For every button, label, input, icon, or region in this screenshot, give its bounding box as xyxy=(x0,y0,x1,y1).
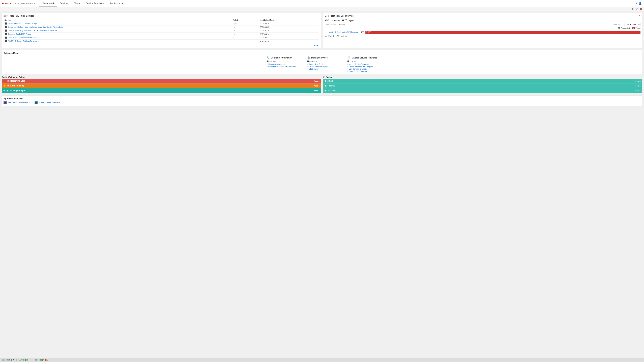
pagination-next[interactable]: Next> >> xyxy=(340,35,347,37)
pagination-prev[interactable]: << <Prev xyxy=(325,35,332,37)
task-icon: ⚡ xyxy=(3,84,6,87)
guidance-link-create-new-service-template[interactable]: Create New Service Template xyxy=(349,65,373,67)
favorite-service-link[interactable]: Add Host to Cluster in vCe... xyxy=(8,102,31,104)
failed-count-cell: 2424 xyxy=(232,22,259,25)
user-icon[interactable]: 👤 xyxy=(639,2,642,5)
period-label: Executed / xyxy=(328,24,338,26)
legend-row: A Completed B Failed xyxy=(325,27,640,29)
date-cell: 2023-04-14 xyxy=(259,32,319,36)
guidance-col-name: Manage Services xyxy=(311,57,328,59)
guidance-link-import-service-template[interactable]: Import Service Template xyxy=(349,63,368,65)
favorite-icon: ⬛ xyxy=(34,101,38,104)
favorite-icon: ⬛ xyxy=(4,101,7,104)
my-task-more-link[interactable]: More... xyxy=(635,80,641,82)
table-row: ⬛ Create Online Migration Pair - DC1-E10… xyxy=(4,29,319,32)
list-item: Create New Service Template xyxy=(347,65,378,68)
list-item: Copy Service Template xyxy=(347,70,378,72)
guidance-icon: ⚙️ xyxy=(307,56,310,59)
bar-num: 1. xyxy=(325,31,327,33)
failed-label: Failed xyxy=(636,27,640,29)
settings-icon[interactable]: ⚙ xyxy=(634,2,637,5)
failed-count-cell: 7 xyxy=(232,39,259,43)
legend-completed: A Completed xyxy=(618,27,630,29)
help-icon[interactable]: ❓ xyxy=(635,8,638,10)
logout-icon[interactable]: 🚪 xyxy=(640,8,642,10)
time-period-label: Time Period: xyxy=(613,23,624,25)
guidance-link-manage-connections[interactable]: Manage Connections xyxy=(268,63,286,65)
failed-count-cell: 20 xyxy=(232,25,259,29)
guidance-col-name: Manage Service Templates xyxy=(352,57,377,59)
how-do-it-link[interactable]: How do I? xyxy=(269,60,276,62)
guidance-columns: 🔧 Configure Automation ⬛ How do I? Manag… xyxy=(4,56,640,72)
completed-label: Completed xyxy=(621,27,630,29)
period-days-label: Day(s) xyxy=(339,24,345,26)
guidance-link-edit-service[interactable]: Edit Service xyxy=(308,68,318,70)
total-days-count: 462 xyxy=(342,18,347,22)
logo: HITACHI xyxy=(2,2,12,5)
bar-fill-failed: B: 166 xyxy=(366,31,640,34)
favorite-item: ⬛ Add Host to Cluster in vCe... xyxy=(4,101,31,104)
my-tasks-panel: My Tasks 0 Active More... 0 Finished Mor… xyxy=(323,76,642,94)
my-task-more-link[interactable]: More... xyxy=(635,90,641,92)
date-cell: 2024-01-16 xyxy=(259,29,319,32)
service-link[interactable]: Create Online Migration Pair - DC1-E1090… xyxy=(8,29,57,31)
time-period-select[interactable]: Last 7 Days Last 30 Days Last 90 Days xyxy=(624,23,640,26)
nav-item-services[interactable]: Services xyxy=(57,0,71,7)
my-task-more-link[interactable]: More... xyxy=(635,85,641,87)
bar-service-link[interactable]: Invoke Refresh on CMREST Arrays xyxy=(329,31,358,33)
bar-container: B: 166 xyxy=(366,31,640,34)
nav-item-tasks[interactable]: Tasks xyxy=(71,0,83,7)
task-more-link[interactable]: More... xyxy=(314,90,320,92)
service-link[interactable]: Modify IO Control Settings for Volume xyxy=(8,40,39,42)
table-row: ⬛ Detach and Delete Hitachi Volumes Usin… xyxy=(4,25,319,29)
service-name-cell: ⬛ Invoke Refresh on CMREST Arrays xyxy=(4,22,232,25)
how-do-it-link[interactable]: How do I? xyxy=(310,60,317,62)
task-icon: ↩ xyxy=(3,89,5,92)
bars-container: 1. Invoke Refresh on CMREST Arrays 166 B… xyxy=(325,31,640,34)
nav-item-service-templates[interactable]: Service Templates xyxy=(83,0,107,7)
my-tasks-rows: 0 Active More... 0 Finished More... 0 Sc… xyxy=(323,79,642,93)
guidance-link-copy-service-template[interactable]: Copy Service Template xyxy=(349,70,368,72)
service-link[interactable]: Create a Single HCP Tenant xyxy=(8,33,31,35)
nav-item-administration[interactable]: Administration xyxy=(107,0,126,7)
guidance-title: Guidance Menu xyxy=(4,52,640,54)
guidance-items: Create New ServiceCreate Service Request… xyxy=(307,63,337,70)
close-icon[interactable]: ✕ xyxy=(638,14,640,17)
guidance-divider xyxy=(302,56,302,72)
my-task-count: 0 xyxy=(324,89,326,92)
guidance-icon: 🔧 xyxy=(266,56,270,59)
nav-item-dashboard[interactable]: Dashboard xyxy=(40,0,57,7)
service-name-cell: ⬛ Modify IO Control Settings for Volume xyxy=(4,39,232,43)
guidance-divider xyxy=(342,56,342,72)
service-link[interactable]: Invoke Refresh on CMREST Arrays xyxy=(8,22,37,24)
total-executed-count: 7518 xyxy=(325,18,332,22)
top-nav: HITACHI Ops Center Automator Dashboard S… xyxy=(0,0,644,7)
guidance-items: Import Service TemplateCreate New Servic… xyxy=(347,63,378,72)
list-item: Create Service Request xyxy=(307,65,337,68)
service-link[interactable]: Create Command Device and Attach xyxy=(8,36,38,38)
failed-more-anchor[interactable]: More... xyxy=(314,44,319,46)
guidance-items: Manage ConnectionsManage Resources & Per… xyxy=(266,63,297,68)
my-task-more: More... xyxy=(635,80,641,82)
period-stats: 166 Executed / 7 Day(s) xyxy=(325,23,345,26)
guidance-link-manage-resources-&-permissions[interactable]: Manage Resources & Permissions xyxy=(268,65,296,67)
total-days-label: Day(s) xyxy=(348,19,354,22)
guidance-link-create-service-request[interactable]: Create Service Request xyxy=(308,65,328,67)
col-date: Last Failed Date xyxy=(259,18,319,22)
settings-toolbar-icon[interactable]: ⚙ xyxy=(632,8,634,10)
how-do-it-link[interactable]: How do I? xyxy=(350,60,358,62)
favorite-service-link[interactable]: Allocate Fabric Aware Vol ... xyxy=(39,102,62,104)
service-link[interactable]: Detach and Delete Hitachi Volumes Using … xyxy=(8,26,64,28)
guidance-link-create-new-service[interactable]: Create New Service xyxy=(308,63,325,65)
guidance-link-edit-service-template[interactable]: Edit Service Template xyxy=(349,68,366,70)
service-icon: ⬛ xyxy=(4,36,7,39)
table-row: ⬛ Create Command Device and Attach 8 202… xyxy=(4,36,319,39)
task-count: 0 xyxy=(8,84,9,87)
task-more-link[interactable]: More... xyxy=(314,80,320,82)
my-task-count: 0 xyxy=(324,80,326,82)
task-count: 0 xyxy=(6,89,8,92)
main-content: Most Frequently Failed Services Service … xyxy=(0,11,644,108)
task-more-link[interactable]: More... xyxy=(314,85,320,87)
task-label: Waiting for Input xyxy=(10,89,314,92)
toolbar: ⚙ ❓ 🚪 xyxy=(0,7,644,11)
